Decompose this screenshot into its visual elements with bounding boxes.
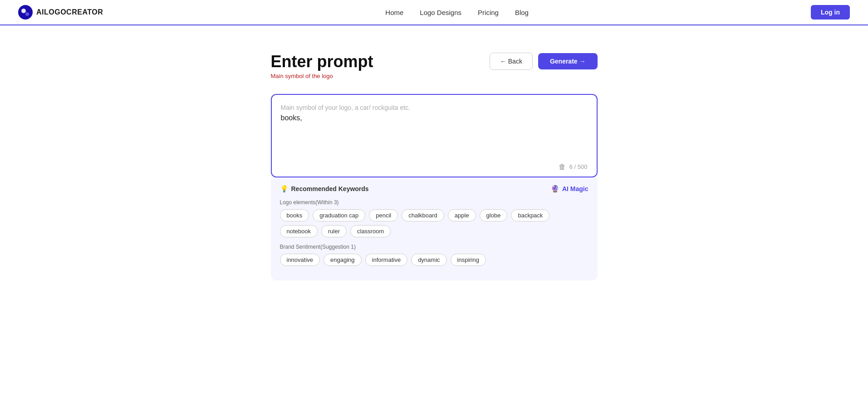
ai-magic-button[interactable]: 🔮 AI Magic [551,185,588,193]
keywords-title: 💡 Recommended Keywords [280,185,369,193]
page-header: Enter prompt Main symbol of the logo ← B… [271,53,598,79]
tag-informative[interactable]: informative [365,254,408,266]
tag-globe[interactable]: globe [480,209,508,221]
tag-dynamic[interactable]: dynamic [411,254,446,266]
tag-pencil[interactable]: pencil [369,209,398,221]
page-title-area: Enter prompt Main symbol of the logo [271,53,373,79]
ai-magic-icon: 🔮 [551,185,559,193]
header: AILOGOCREATOR Home Logo Designs Pricing … [0,0,868,25]
login-button[interactable]: Log in [811,5,850,20]
tag-ruler[interactable]: ruler [321,225,347,237]
logo-area: AILOGOCREATOR [18,5,103,20]
logo-icon [18,5,33,20]
header-actions: ← Back Generate → [490,53,598,70]
tag-backpack[interactable]: backpack [511,209,549,221]
prompt-placeholder: Main symbol of your logo, a car/ rockgui… [281,104,588,111]
prompt-textarea[interactable]: books, [281,114,588,159]
nav-pricing[interactable]: Pricing [478,9,499,16]
logo-text: AILOGOCREATOR [36,8,103,16]
prompt-footer: 🗑 6 / 500 [281,163,588,171]
tag-classroom[interactable]: classroom [350,225,391,237]
back-button[interactable]: ← Back [490,53,533,70]
svg-point-2 [25,12,29,16]
brand-sentiment-label: Brand Sentiment(Suggestion 1) [280,244,588,250]
keywords-header: 💡 Recommended Keywords 🔮 AI Magic [280,185,588,193]
tag-apple[interactable]: apple [448,209,476,221]
generate-button[interactable]: Generate → [538,53,598,69]
tag-inspiring[interactable]: inspiring [451,254,486,266]
clear-icon[interactable]: 🗑 [559,163,566,171]
tag-innovative[interactable]: innovative [280,254,320,266]
tag-notebook[interactable]: notebook [280,225,318,237]
main-nav: Home Logo Designs Pricing Blog [385,9,529,16]
main-content: Enter prompt Main symbol of the logo ← B… [271,25,598,280]
tag-engaging[interactable]: engaging [324,254,362,266]
lightbulb-icon: 💡 [280,185,289,193]
tag-books[interactable]: books [280,209,309,221]
svg-point-1 [21,9,26,13]
page-title: Enter prompt [271,53,373,71]
logo-elements-tags: books graduation cap pencil chalkboard a… [280,209,588,237]
tag-graduation-cap[interactable]: graduation cap [313,209,365,221]
nav-home[interactable]: Home [385,9,403,16]
nav-logo-designs[interactable]: Logo Designs [420,9,461,16]
prompt-box: Main symbol of your logo, a car/ rockgui… [271,94,598,177]
tag-chalkboard[interactable]: chalkboard [402,209,444,221]
nav-blog[interactable]: Blog [515,9,529,16]
char-count: 6 / 500 [569,163,588,170]
brand-sentiment-tags: innovative engaging informative dynamic … [280,254,588,266]
page-subtitle: Main symbol of the logo [271,73,373,79]
logo-elements-label: Logo elements(Within 3) [280,199,588,206]
keywords-panel: 💡 Recommended Keywords 🔮 AI Magic Logo e… [271,177,598,280]
